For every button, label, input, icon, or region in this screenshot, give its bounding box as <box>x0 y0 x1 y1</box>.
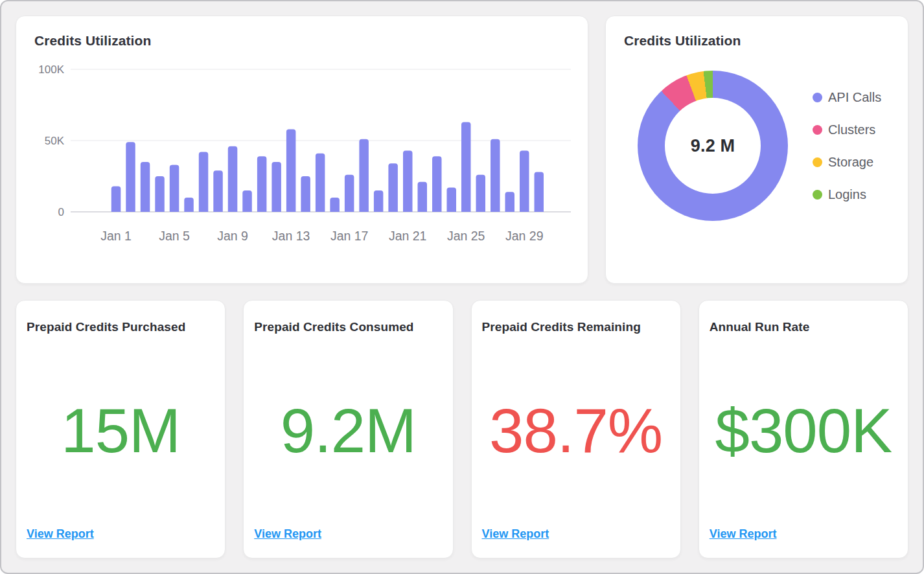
stat-value: 9.2M <box>254 334 442 527</box>
bar <box>271 162 281 212</box>
view-report-link[interactable]: View Report <box>254 527 321 541</box>
bar <box>330 198 340 212</box>
stat-title: Annual Run Rate <box>710 320 897 334</box>
stats-row: Prepaid Credits Purchased 15M View Repor… <box>16 300 908 558</box>
bar <box>301 176 310 212</box>
top-row: Credits Utilization 050K100KJan 1Jan 5Ja… <box>16 16 908 284</box>
x-tick-label: Jan 25 <box>447 229 485 243</box>
stat-card-annual-run-rate: Annual Run Rate $300K View Report <box>699 300 908 558</box>
bar <box>111 186 121 212</box>
x-tick-label: Jan 1 <box>100 229 132 243</box>
bar-chart-title: Credits Utilization <box>34 33 570 49</box>
bar <box>432 156 442 212</box>
donut-center-value: 9.2 M <box>691 136 735 156</box>
legend-item-storage[interactable]: Storage <box>813 155 881 170</box>
bar <box>447 188 457 212</box>
bar <box>242 190 252 212</box>
bar-chart-svg: 050K100KJan 1Jan 5Jan 9Jan 13Jan 17Jan 2… <box>34 56 571 251</box>
bar <box>520 150 529 212</box>
bar <box>359 139 369 212</box>
donut-chart: 9.2 M <box>638 71 788 221</box>
bar <box>461 122 471 212</box>
x-tick-label: Jan 29 <box>505 229 544 243</box>
bar <box>170 165 179 212</box>
bar <box>213 170 223 212</box>
bar <box>155 176 165 212</box>
stat-card-prepaid-credits-remaining: Prepaid Credits Remaining 38.7% View Rep… <box>471 300 681 558</box>
bar <box>388 163 398 212</box>
bar <box>126 142 135 212</box>
bar <box>141 162 150 212</box>
stat-value: $300K <box>710 334 897 527</box>
legend-item-api-calls[interactable]: API Calls <box>813 90 881 105</box>
legend-dot <box>813 125 822 135</box>
y-tick-label: 100K <box>38 63 64 76</box>
credits-utilization-bar-card: Credits Utilization 050K100KJan 1Jan 5Ja… <box>16 16 588 284</box>
bar <box>184 198 194 212</box>
bar <box>199 152 209 212</box>
legend-label: Storage <box>828 155 873 170</box>
donut-row: 9.2 M API CallsClustersStorageLogins <box>638 71 890 221</box>
legend-label: Logins <box>828 187 866 202</box>
bar <box>257 156 267 212</box>
bar <box>505 192 515 212</box>
dashboard-page: Credits Utilization 050K100KJan 1Jan 5Ja… <box>0 0 924 574</box>
donut-chart-title: Credits Utilization <box>624 33 890 49</box>
bar <box>418 182 428 212</box>
stat-value: 38.7% <box>482 334 670 527</box>
view-report-link[interactable]: View Report <box>710 527 777 541</box>
stat-title: Prepaid Credits Remaining <box>482 320 670 334</box>
bar <box>228 146 238 212</box>
stat-value: 15M <box>27 334 214 527</box>
legend-dot <box>813 93 822 102</box>
x-tick-label: Jan 9 <box>217 229 248 243</box>
legend-label: API Calls <box>828 90 881 105</box>
stat-title: Prepaid Credits Consumed <box>254 320 442 334</box>
stat-title: Prepaid Credits Purchased <box>27 320 214 334</box>
legend-item-clusters[interactable]: Clusters <box>813 122 881 137</box>
credits-utilization-donut-card: Credits Utilization 9.2 M API CallsClust… <box>605 16 908 284</box>
bar <box>345 175 354 212</box>
bar <box>491 139 500 212</box>
legend-dot <box>813 157 822 167</box>
stat-card-prepaid-credits-consumed: Prepaid Credits Consumed 9.2M View Repor… <box>243 300 453 558</box>
donut-hole: 9.2 M <box>665 98 761 194</box>
y-tick-label: 0 <box>58 206 64 218</box>
bar <box>316 154 325 212</box>
x-tick-label: Jan 13 <box>272 229 310 243</box>
bar <box>286 129 296 212</box>
x-tick-label: Jan 5 <box>159 229 190 243</box>
view-report-link[interactable]: View Report <box>27 527 94 541</box>
x-tick-label: Jan 21 <box>389 229 427 243</box>
y-tick-label: 50K <box>45 135 65 147</box>
legend-label: Clusters <box>828 122 875 137</box>
bar <box>403 150 413 212</box>
x-tick-label: Jan 17 <box>330 229 369 243</box>
bar-chart: 050K100KJan 1Jan 5Jan 9Jan 13Jan 17Jan 2… <box>34 56 570 251</box>
donut-legend: API CallsClustersStorageLogins <box>813 90 881 202</box>
view-report-link[interactable]: View Report <box>482 527 549 541</box>
legend-dot <box>813 190 822 200</box>
stat-card-prepaid-credits-purchased: Prepaid Credits Purchased 15M View Repor… <box>16 300 225 558</box>
bar <box>476 175 486 212</box>
legend-item-logins[interactable]: Logins <box>813 187 881 202</box>
bar <box>535 172 544 212</box>
bar <box>374 190 384 212</box>
